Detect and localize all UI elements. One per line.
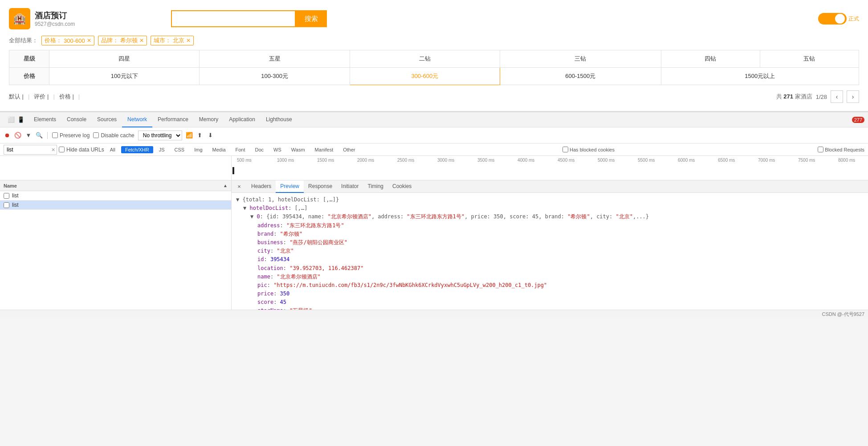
category-option-5star[interactable]: 五星: [200, 50, 350, 68]
sort-link-default[interactable]: 默认 |: [9, 93, 29, 101]
toggle-switch[interactable]: 正式: [818, 13, 859, 25]
json-key-location: location: [257, 265, 283, 271]
hide-data-urls-checkbox[interactable]: Hide data URLs: [59, 147, 104, 153]
close-button[interactable]: ×: [235, 183, 243, 191]
search-icon[interactable]: 🔍: [36, 132, 43, 139]
category-option-3diamond[interactable]: 三钻: [500, 50, 661, 68]
json-key-pic: pic: [257, 282, 267, 288]
download-icon[interactable]: ⬇: [207, 132, 214, 139]
filter-btn-css[interactable]: CSS: [171, 146, 189, 153]
filter-btn-fetch-xhr[interactable]: Fetch/XHR: [121, 146, 153, 153]
wifi-icon[interactable]: 📶: [186, 132, 193, 139]
disable-cache-input[interactable]: [93, 132, 99, 138]
network-filter-input[interactable]: [4, 145, 57, 155]
tab-sources[interactable]: Sources: [92, 112, 122, 127]
filter-btn-font[interactable]: Font: [232, 146, 249, 153]
category-option-4star[interactable]: 四星: [49, 50, 200, 68]
json-city-line: city: "北京": [236, 247, 864, 255]
filter-btn-other[interactable]: Other: [339, 146, 359, 153]
json-hotelDocList-line[interactable]: ▼ hotelDocList: [,…]: [236, 204, 864, 213]
json-val-starName: "五星级": [289, 307, 312, 310]
tab-network[interactable]: Network: [122, 112, 152, 127]
category-option-100-300[interactable]: 100-300元: [200, 68, 350, 85]
has-blocked-cookies-input[interactable]: [562, 147, 568, 152]
tab-memory[interactable]: Memory: [194, 112, 224, 127]
devtools-tab-bar: ⬜ 📱 Elements Console Sources Network Per…: [0, 112, 868, 127]
blocked-requests-checkbox[interactable]: Blocked Requests: [818, 147, 864, 152]
blocked-requests-input[interactable]: [818, 147, 823, 152]
response-tab-timing[interactable]: Timing: [363, 180, 388, 193]
filter-btn-doc[interactable]: Doc: [251, 146, 268, 153]
filter-tag-price-remove[interactable]: ✕: [87, 37, 91, 44]
sort-link-price[interactable]: 价格 |: [59, 93, 80, 101]
search-button[interactable]: 搜索: [296, 10, 327, 27]
json-val-score: 45: [280, 299, 286, 305]
category-option-over1500[interactable]: 1500元以上: [661, 68, 859, 85]
disable-cache-label: Disable cache: [101, 132, 134, 139]
filter-btn-img[interactable]: Img: [190, 146, 206, 153]
json-val-business: "燕莎/朝阳公园商业区": [289, 239, 347, 246]
sort-link-score[interactable]: 评价 |: [34, 93, 54, 101]
filter-tag-brand-remove[interactable]: ✕: [139, 37, 144, 44]
item0-expand[interactable]: ▼: [250, 213, 253, 220]
category-option-4diamond[interactable]: 四钻: [661, 50, 760, 68]
requests-col-sort[interactable]: ▲: [223, 183, 228, 188]
filter-input-clear[interactable]: ✕: [51, 147, 55, 152]
disable-cache-checkbox[interactable]: Disable cache: [93, 132, 134, 139]
tab-application[interactable]: Application: [224, 112, 261, 127]
record-button[interactable]: ⏺: [4, 132, 11, 139]
request-row-2[interactable]: list: [0, 200, 231, 210]
category-option-5diamond[interactable]: 五钻: [760, 50, 859, 68]
category-option-600-1500[interactable]: 600-1500元: [500, 68, 661, 85]
toggle-track[interactable]: [818, 13, 847, 25]
has-blocked-cookies-checkbox[interactable]: Has blocked cookies: [562, 147, 615, 152]
filter-btn-wasm[interactable]: Wasm: [287, 146, 309, 153]
response-tab-response[interactable]: Response: [304, 180, 337, 193]
filter-tag-city-remove[interactable]: ✕: [186, 37, 191, 44]
preserve-log-input[interactable]: [52, 132, 58, 138]
throttling-select[interactable]: No throttling: [138, 131, 182, 140]
root-expand[interactable]: ▼: [236, 196, 239, 203]
category-option-2diamond[interactable]: 二钻: [350, 50, 500, 68]
request-checkbox-2[interactable]: [4, 202, 9, 208]
device-icon[interactable]: 📱: [17, 116, 25, 124]
network-split: Name ▲ list list × Headers Preview: [0, 180, 868, 310]
json-root-line[interactable]: ▼ {total: 1, hotelDocList: [,…]}: [236, 196, 864, 204]
search-input[interactable]: [171, 10, 296, 27]
json-item0-line[interactable]: ▼ 0: {id: 395434, name: "北京希尔顿酒店", addre…: [236, 213, 864, 221]
json-address-line: address: "东三环北路东方路1号": [236, 221, 864, 230]
filter-icon[interactable]: ▼: [25, 132, 32, 139]
tab-elements[interactable]: Elements: [29, 112, 61, 127]
timeline-left: [0, 156, 232, 180]
response-tab-headers[interactable]: Headers: [247, 180, 276, 193]
response-tab-cookies[interactable]: Cookies: [388, 180, 416, 193]
response-tab-initiator[interactable]: Initiator: [337, 180, 363, 193]
filter-btn-manifest[interactable]: Manifest: [311, 146, 338, 153]
request-name-1: list: [12, 192, 19, 199]
preserve-log-checkbox[interactable]: Preserve log: [52, 132, 90, 139]
clear-button[interactable]: 🚫: [14, 132, 21, 139]
request-row-1[interactable]: list: [0, 191, 231, 200]
tab-console[interactable]: Console: [61, 112, 92, 127]
hide-data-urls-label: Hide data URLs: [66, 147, 104, 153]
category-option-under100[interactable]: 100元以下: [49, 68, 200, 85]
filter-btn-media[interactable]: Media: [208, 146, 230, 153]
filter-btn-all[interactable]: All: [106, 146, 119, 153]
inspect-icon[interactable]: ⬜: [7, 116, 15, 124]
total-label: 共 271 家酒店: [776, 93, 812, 101]
filter-btn-ws[interactable]: WS: [269, 146, 285, 153]
request-checkbox-1[interactable]: [4, 193, 9, 199]
hide-data-urls-input[interactable]: [59, 147, 65, 152]
has-blocked-cookies-label: Has blocked cookies: [570, 147, 615, 152]
upload-icon[interactable]: ⬆: [196, 132, 204, 139]
tab-performance[interactable]: Performance: [152, 112, 194, 127]
category-option-300-600[interactable]: 300-600元: [350, 68, 500, 85]
next-page-button[interactable]: ›: [847, 90, 859, 103]
network-filter-bar: ✕ Hide data URLs All Fetch/XHR JS CSS Im…: [0, 143, 868, 156]
page-info: 1/28: [816, 94, 827, 100]
tab-lighthouse[interactable]: Lighthouse: [261, 112, 297, 127]
hotelDocList-expand[interactable]: ▼: [243, 205, 246, 211]
filter-btn-js[interactable]: JS: [155, 146, 169, 153]
response-tab-preview[interactable]: Preview: [276, 180, 304, 193]
prev-page-button[interactable]: ‹: [831, 90, 843, 103]
